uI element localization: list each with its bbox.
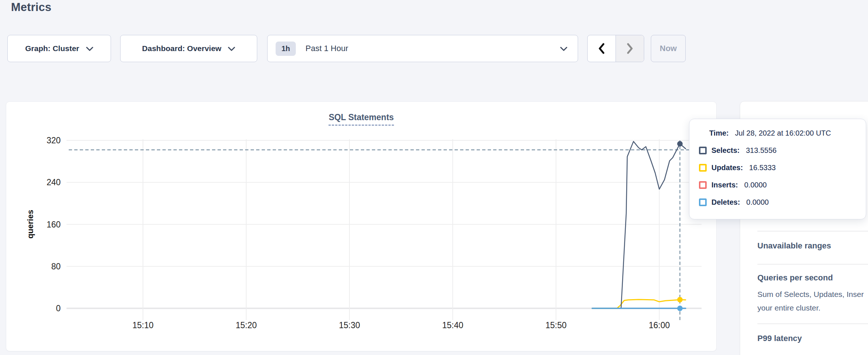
inserts-legend-icon — [699, 181, 707, 189]
svg-text:240: 240 — [47, 178, 61, 187]
tooltip-selects-value: 313.5556 — [746, 146, 776, 155]
tooltip-row-inserts: Inserts: 0.0000 — [699, 181, 767, 189]
svg-text:15:10: 15:10 — [132, 320, 154, 330]
dashboard-dropdown[interactable]: Dashboard: Overview — [120, 35, 257, 62]
svg-text:80: 80 — [51, 262, 61, 271]
tooltip-selects-label: Selects: — [711, 146, 740, 155]
tooltip-row-updates: Updates: 16.5333 — [699, 164, 776, 172]
svg-text:15:20: 15:20 — [236, 320, 257, 330]
sidebar-divider — [757, 264, 868, 265]
sql-statements-chart-card: 08016024032015:1015:2015:3015:4015:5016:… — [6, 101, 717, 351]
sidebar-item-p99-latency: P99 latency — [757, 334, 802, 343]
time-range-badge: 1h — [276, 42, 296, 56]
tooltip-updates-label: Updates: — [711, 164, 743, 172]
selects-legend-icon — [699, 147, 707, 154]
svg-text:0: 0 — [56, 304, 61, 313]
back-button[interactable] — [588, 35, 616, 62]
sidebar-divider — [757, 231, 868, 232]
sidebar-item-unavailable-ranges: Unavailable ranges — [757, 241, 831, 251]
svg-text:16:00: 16:00 — [649, 320, 670, 330]
svg-text:160: 160 — [47, 220, 61, 229]
time-pager — [587, 35, 644, 62]
sidebar-item-queries-per-second: Queries per second — [757, 273, 833, 283]
dashboard-dropdown-label: Dashboard: Overview — [142, 44, 222, 53]
now-button[interactable]: Now — [651, 35, 686, 62]
tooltip-time-value: Jul 28, 2022 at 16:02:00 UTC — [735, 129, 831, 137]
chevron-left-icon — [598, 43, 605, 54]
sidebar-divider — [757, 323, 868, 324]
tooltip-deletes-value: 0.0000 — [746, 198, 769, 207]
svg-text:15:50: 15:50 — [545, 320, 567, 330]
tooltip-time-label: Time: — [709, 129, 729, 137]
tooltip-inserts-value: 0.0000 — [744, 181, 767, 189]
svg-text:15:30: 15:30 — [339, 320, 360, 330]
chevron-down-icon — [560, 47, 567, 51]
svg-text:320: 320 — [47, 136, 61, 145]
graph-dropdown[interactable]: Graph: Cluster — [7, 35, 111, 62]
queries-per-second-description-line2: your entire cluster. — [757, 304, 821, 312]
queries-per-second-description-line1: Sum of Selects, Updates, Inser — [757, 290, 864, 299]
time-range-select[interactable]: 1h Past 1 Hour — [267, 35, 578, 62]
sql-statements-chart[interactable]: 08016024032015:1015:2015:3015:4015:5016:… — [6, 102, 717, 352]
chart-title[interactable]: SQL Statements — [329, 112, 394, 126]
page-title: Metrics — [11, 1, 51, 14]
forward-button[interactable] — [616, 35, 644, 62]
graph-dropdown-label: Graph: Cluster — [25, 44, 79, 53]
tooltip-inserts-label: Inserts: — [711, 181, 738, 189]
time-range-label: Past 1 Hour — [305, 44, 560, 53]
chevron-down-icon — [228, 47, 235, 51]
tooltip-row-selects: Selects: 313.5556 — [699, 146, 776, 155]
deletes-legend-icon — [699, 198, 707, 206]
updates-legend-icon — [699, 164, 707, 172]
tooltip-updates-value: 16.5333 — [749, 164, 776, 172]
tooltip-row-deletes: Deletes: 0.0000 — [699, 198, 769, 207]
hover-tooltip: Time: Jul 28, 2022 at 16:02:00 UTC Selec… — [689, 119, 866, 219]
chevron-down-icon — [86, 47, 93, 51]
tooltip-deletes-label: Deletes: — [711, 198, 740, 207]
chevron-right-icon — [627, 43, 633, 54]
svg-text:15:40: 15:40 — [442, 320, 463, 330]
svg-text:queries: queries — [26, 210, 35, 239]
